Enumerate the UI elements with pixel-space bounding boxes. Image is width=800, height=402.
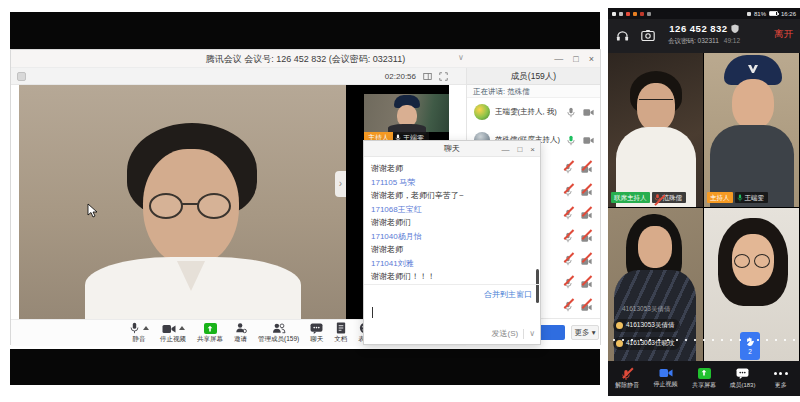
camera-off-icon [581, 298, 592, 309]
chat-sender: 171068王宝红 [371, 203, 533, 217]
phone-screen: 81% 16:26 126 452 832 会议密码: 032311 49:12… [608, 8, 800, 396]
security-icon [17, 72, 26, 81]
letterbox-bottom [10, 349, 600, 385]
filmstrip-toggle-icon[interactable]: › [335, 171, 346, 197]
share-screen-icon [204, 323, 217, 334]
chat-sender: 171040杨月怡 [371, 230, 533, 244]
close-button[interactable]: × [589, 54, 594, 64]
chat-message: 谢谢老师们 [371, 216, 533, 230]
camera-off-icon [581, 183, 592, 194]
chat-scrollbar[interactable] [536, 269, 539, 303]
signal-icon [612, 12, 616, 16]
hand-raise-pill: 41613053吴倩倩 [613, 319, 680, 332]
share-screen-button[interactable]: 共享屏幕 [197, 322, 223, 344]
chat-sender: 171041刘雅 [371, 257, 533, 271]
members-icon [272, 322, 286, 334]
stop-video-button[interactable]: 停止视频 [160, 322, 186, 344]
video-tile[interactable]: 主持人 王端雯 [704, 53, 799, 207]
mute-button[interactable]: 静音 [129, 322, 149, 344]
chevron-up-icon[interactable] [143, 326, 149, 330]
mic-muted-icon [563, 160, 574, 171]
send-options-icon[interactable]: ∨ [529, 329, 535, 338]
camera-off-icon [581, 160, 592, 171]
chat-window: 聊天 — □ × 谢谢老师 171105 马荣 谢谢老师，老师们辛苦了~ 171… [363, 140, 541, 345]
page-indicator-dots [612, 338, 796, 342]
close-button[interactable]: × [530, 145, 535, 154]
wifi-icon [619, 12, 623, 16]
notification-icon [626, 12, 630, 16]
meeting-topbar: 02:20:56 [11, 68, 466, 85]
mic-muted-icon [563, 275, 574, 286]
mouse-cursor [87, 203, 98, 218]
shield-icon [731, 24, 739, 33]
share-screen-button[interactable]: 共享屏幕 [685, 361, 723, 396]
maximize-button[interactable]: □ [573, 54, 578, 64]
camera-icon[interactable] [583, 108, 594, 117]
video-tile[interactable]: 联席主持人 范殊儒 [608, 53, 703, 207]
window-titlebar: 腾讯会议 会议号: 126 452 832 (会议密码: 032311) — □… [11, 50, 600, 68]
speaker-glasses [149, 193, 183, 219]
layout-icon[interactable] [423, 72, 432, 81]
member-row[interactable]: 王端雯(主持人, 我) [467, 98, 600, 126]
mic-icon [129, 322, 140, 334]
camera-off-icon [581, 252, 592, 263]
unmute-button[interactable]: 解除静音 [608, 361, 646, 396]
mic-muted-icon [563, 206, 574, 217]
self-video-thumbnail[interactable]: 主持人 王端雯 [364, 85, 449, 144]
letterbox-top [10, 12, 600, 49]
mic-muted-icon [621, 367, 633, 379]
main-speaker-video: › [19, 85, 364, 319]
more-button[interactable]: 更多 [762, 361, 800, 396]
mic-muted-icon [563, 229, 574, 240]
mic-icon[interactable] [566, 107, 576, 118]
camera-icon [162, 324, 176, 334]
mic-muted-icon [563, 298, 574, 309]
phone-meeting-timer: 49:12 [724, 37, 740, 46]
members-panel-title: 成员(159人) [467, 68, 600, 85]
meeting-password: 会议密码: 032311 [668, 37, 719, 46]
clock: 16:26 [781, 11, 796, 17]
more-button[interactable]: 更多 ▾ [571, 325, 599, 340]
video-black-bar [346, 85, 364, 319]
chat-message: 谢谢老师 [371, 162, 533, 176]
chat-message-list: 谢谢老师 171105 马荣 谢谢老师，老师们辛苦了~ 171068王宝红 谢谢… [364, 157, 540, 284]
manage-members-button[interactable]: 管理成员(159) [258, 322, 299, 344]
maximize-button[interactable]: □ [517, 145, 522, 154]
mic-active-icon[interactable] [566, 135, 576, 146]
glasses [734, 254, 750, 268]
meeting-id: 126 452 832 [669, 23, 727, 34]
mic-muted-icon [563, 252, 574, 263]
stop-video-button[interactable]: 停止视频 [646, 361, 684, 396]
chevron-up-icon[interactable] [179, 326, 185, 330]
docs-button[interactable]: 文档 [334, 322, 347, 344]
chat-icon [310, 323, 323, 334]
notification-icon [640, 12, 644, 16]
notification-icon [633, 12, 637, 16]
mic-muted-icon [654, 194, 661, 202]
avatar [474, 104, 490, 120]
chat-button[interactable]: 聊天 [310, 322, 323, 344]
alarm-icon [747, 12, 751, 16]
leave-button[interactable]: 离开 [774, 28, 793, 41]
members-icon [736, 368, 749, 379]
mic-muted-icon [563, 183, 574, 194]
send-button[interactable]: 发送(S) [491, 328, 518, 339]
invite-icon [235, 322, 247, 334]
mute-all-button-partial[interactable] [539, 325, 565, 340]
invite-button[interactable]: 邀请 [234, 322, 247, 344]
host-badge: 主持人 [707, 192, 733, 203]
members-button[interactable]: 成员(183) [723, 361, 761, 396]
camera-icon[interactable] [583, 136, 594, 145]
speaker-glasses [197, 193, 231, 219]
hand-icon [616, 322, 623, 329]
raised-hands-badge[interactable]: 2 [740, 332, 760, 360]
notification-icon [647, 12, 651, 16]
minimize-button[interactable]: — [554, 54, 563, 64]
camera-icon [659, 368, 673, 378]
fullscreen-icon[interactable] [439, 72, 448, 81]
minimize-button[interactable]: — [501, 145, 509, 154]
panel-collapse-icon[interactable]: ∨ [458, 53, 464, 62]
tile-name: 王端雯 [735, 192, 769, 203]
camera-off-icon [581, 206, 592, 217]
hand-raise-ghost: 41613053吴倩倩 [622, 305, 670, 314]
